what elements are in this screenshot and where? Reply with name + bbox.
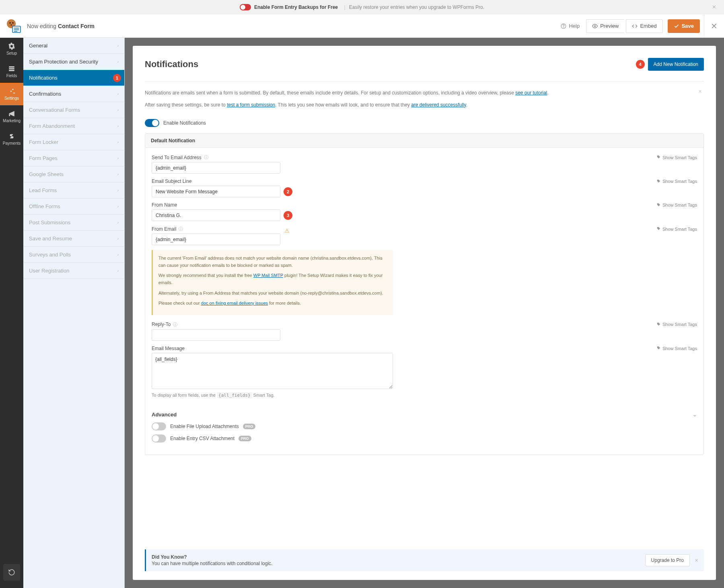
from-email-warning: The current 'From Email' address does no… bbox=[152, 250, 393, 315]
message-note: To display all form fields, use the {all… bbox=[152, 393, 697, 398]
sidebar-item-marketing[interactable]: Marketing bbox=[0, 105, 23, 128]
pro-badge: PRO bbox=[239, 436, 251, 441]
from-name-input[interactable] bbox=[152, 209, 280, 221]
warning-icon: ⚠ bbox=[284, 227, 290, 234]
form-name: Contact Form bbox=[58, 23, 95, 29]
settings-item-spam[interactable]: Spam Protection and Security› bbox=[23, 54, 124, 70]
settings-item-conversational[interactable]: Conversational Forms› bbox=[23, 102, 124, 118]
smart-tags-link[interactable]: Show Smart Tags bbox=[656, 322, 697, 327]
message-textarea[interactable]: {all_fields} bbox=[152, 353, 393, 389]
sidebar-item-payments[interactable]: Payments bbox=[0, 128, 23, 150]
save-button[interactable]: Save bbox=[668, 19, 700, 33]
csv-toggle[interactable] bbox=[152, 434, 166, 443]
settings-item-surveys[interactable]: Surveys and Polls› bbox=[23, 247, 124, 263]
embed-button[interactable]: Embed bbox=[626, 19, 662, 33]
test-submission-link[interactable]: test a form submission bbox=[227, 102, 275, 108]
builder-header: Now editing Contact Form Help Preview Em… bbox=[0, 14, 724, 38]
close-icon[interactable] bbox=[712, 4, 718, 10]
svg-point-10 bbox=[594, 25, 596, 27]
chevron-right-icon: › bbox=[117, 220, 119, 225]
sidebar-item-settings[interactable]: Settings bbox=[0, 83, 23, 105]
settings-item-pages[interactable]: Form Pages› bbox=[23, 150, 124, 166]
embed-label: Embed bbox=[640, 23, 656, 29]
settings-sidebar: General› Spam Protection and Security› N… bbox=[23, 38, 125, 588]
wpforms-logo[interactable] bbox=[4, 18, 22, 34]
settings-item-user-reg[interactable]: User Registration› bbox=[23, 263, 124, 279]
default-notification-block: Default Notification Send To Email Addre… bbox=[145, 133, 704, 455]
enable-notifications-toggle[interactable] bbox=[145, 119, 159, 127]
from-name-label: From Name bbox=[152, 202, 177, 208]
settings-item-locker[interactable]: Form Locker› bbox=[23, 134, 124, 150]
delivered-link[interactable]: are delivered successfully bbox=[411, 102, 466, 108]
svg-rect-13 bbox=[9, 70, 14, 71]
dyk-title: Did You Know? bbox=[152, 554, 272, 560]
upgrade-button[interactable]: Upgrade to Pro bbox=[645, 554, 690, 566]
svg-rect-12 bbox=[9, 68, 14, 70]
chevron-right-icon: › bbox=[117, 43, 119, 48]
chevron-down-icon: ⌄ bbox=[693, 412, 697, 418]
help-icon[interactable]: ⓘ bbox=[179, 226, 183, 232]
panel-title: Notifications bbox=[145, 59, 198, 70]
chevron-right-icon: › bbox=[117, 124, 119, 128]
delivery-doc-link[interactable]: doc on fixing email delivery issues bbox=[201, 301, 268, 305]
svg-point-16 bbox=[14, 92, 15, 94]
settings-item-general[interactable]: General› bbox=[23, 38, 124, 54]
dismiss-info-icon[interactable] bbox=[698, 89, 704, 94]
settings-item-notifications[interactable]: Notifications1 bbox=[23, 70, 124, 86]
settings-item-confirmations[interactable]: Confirmations› bbox=[23, 86, 124, 102]
pro-badge: PRO bbox=[243, 424, 256, 429]
settings-item-offline[interactable]: Offline Forms› bbox=[23, 199, 124, 215]
callout-badge-3: 3 bbox=[284, 211, 292, 220]
info-text-1: Notifications are emails sent when a for… bbox=[145, 89, 704, 98]
help-icon[interactable]: ⓘ bbox=[173, 322, 177, 328]
settings-item-save-resume[interactable]: Save and Resume› bbox=[23, 231, 124, 247]
announcement-text: Enable Form Entry Backups for Free | Eas… bbox=[254, 4, 484, 10]
notification-block-title: Default Notification bbox=[145, 134, 703, 148]
wpmail-smtp-link[interactable]: WP Mail SMTP bbox=[253, 273, 283, 278]
svg-point-15 bbox=[10, 91, 12, 92]
file-upload-toggle[interactable] bbox=[152, 422, 166, 430]
preview-button[interactable]: Preview bbox=[586, 19, 624, 33]
editing-label: Now editing Contact Form bbox=[27, 23, 95, 29]
advanced-section-header[interactable]: Advanced ⌄ bbox=[152, 412, 697, 418]
chevron-right-icon: › bbox=[117, 236, 119, 241]
smart-tags-link[interactable]: Show Smart Tags bbox=[656, 203, 697, 207]
announcement-toggle[interactable] bbox=[240, 4, 251, 10]
help-icon[interactable]: ⓘ bbox=[204, 154, 208, 160]
settings-item-sheets[interactable]: Google Sheets› bbox=[23, 166, 124, 182]
reply-to-label: Reply-To bbox=[152, 322, 171, 327]
from-email-label: From Email bbox=[152, 226, 176, 232]
enable-notifications-label: Enable Notifications bbox=[163, 120, 206, 126]
smart-tags-link[interactable]: Show Smart Tags bbox=[656, 346, 697, 351]
revisions-button[interactable] bbox=[3, 564, 20, 581]
send-to-input[interactable] bbox=[152, 162, 280, 174]
smart-tags-link[interactable]: Show Smart Tags bbox=[656, 179, 697, 184]
callout-badge-2: 2 bbox=[284, 187, 292, 196]
tutorial-link[interactable]: see our tutorial bbox=[515, 90, 547, 96]
did-you-know-box: Did You Know? You can have multiple noti… bbox=[145, 549, 704, 571]
announcement-subtitle: Easily restore your entries when you upg… bbox=[349, 4, 484, 10]
chevron-right-icon: › bbox=[117, 59, 119, 64]
from-email-input[interactable] bbox=[152, 234, 280, 245]
callout-badge-4: 4 bbox=[636, 60, 645, 69]
settings-item-lead[interactable]: Lead Forms› bbox=[23, 182, 124, 199]
sidebar-item-setup[interactable]: Setup bbox=[0, 38, 23, 60]
sidebar-item-fields[interactable]: Fields bbox=[0, 60, 23, 83]
notifications-panel: Notifications 4 Add New Notification Not… bbox=[133, 46, 716, 580]
file-upload-label: Enable File Upload Attachments bbox=[170, 424, 239, 429]
chevron-right-icon: › bbox=[117, 252, 119, 257]
settings-item-post[interactable]: Post Submissions› bbox=[23, 215, 124, 231]
close-icon[interactable] bbox=[695, 558, 698, 563]
message-label: Email Message bbox=[152, 346, 185, 351]
reply-to-input[interactable] bbox=[152, 329, 280, 341]
smart-tags-link[interactable]: Show Smart Tags bbox=[656, 227, 697, 232]
add-notification-button[interactable]: Add New Notification bbox=[648, 58, 704, 71]
close-builder-button[interactable] bbox=[704, 14, 724, 38]
help-button[interactable]: Help bbox=[556, 20, 584, 32]
svg-point-2 bbox=[12, 22, 14, 24]
subject-input[interactable] bbox=[152, 186, 280, 197]
settings-item-abandonment[interactable]: Form Abandonment› bbox=[23, 118, 124, 134]
send-to-label: Send To Email Address bbox=[152, 155, 202, 160]
smart-tags-link[interactable]: Show Smart Tags bbox=[656, 155, 697, 160]
dyk-text: You can have multiple notifications with… bbox=[152, 561, 272, 566]
